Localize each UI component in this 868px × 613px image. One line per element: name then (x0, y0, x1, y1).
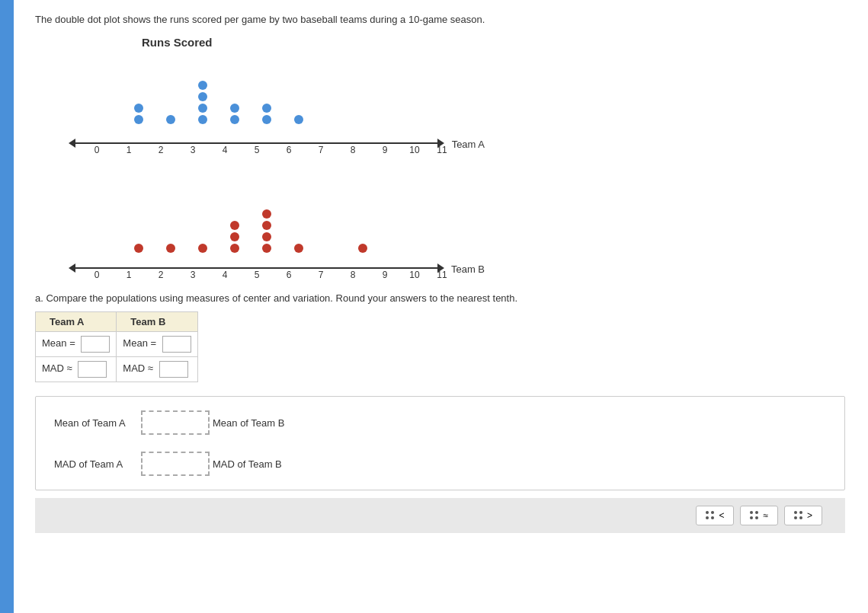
mad-input-a[interactable] (78, 361, 107, 378)
data-table: Team A Team B Mean = Mean = (35, 311, 198, 382)
mean-compare-input[interactable] (141, 410, 210, 435)
team-a-axis: 0 1 2 3 4 5 6 7 8 9 10 11 Team A (66, 136, 477, 154)
team-b-plot: 0 1 2 3 4 5 6 7 8 9 10 11 Team B (66, 172, 508, 279)
compare-section: a. Compare the populations using measure… (35, 292, 845, 382)
mad-label-a: MAD ≈ (42, 362, 72, 374)
team-b-axis: 0 1 2 3 4 5 6 7 8 9 10 11 Team B (66, 260, 477, 279)
mean-input-a[interactable] (81, 336, 110, 353)
svg-point-2 (166, 115, 175, 124)
mean-compare-label-b: Mean of Team B (213, 417, 284, 429)
svg-point-16 (230, 232, 239, 241)
mean-input-b[interactable] (162, 336, 191, 353)
nav-approx-button[interactable]: ≈ (740, 506, 778, 525)
dot-grid-icon (706, 511, 715, 520)
footer-nav: < ≈ > (35, 498, 845, 533)
col-header-a: Team A (36, 312, 117, 332)
mad-compare-label-a: MAD of Team A (54, 458, 138, 470)
team-a-plot: 0 1 2 3 4 5 6 7 8 9 10 11 Team A (66, 55, 508, 154)
nav-less-button[interactable]: < (696, 506, 734, 525)
svg-point-1 (134, 104, 143, 113)
description: The double dot plot shows the runs score… (35, 14, 845, 25)
less-icon: < (719, 510, 724, 521)
mad-label-b: MAD ≈ (123, 362, 153, 374)
mad-compare-label-b: MAD of Team B (213, 458, 282, 470)
chart-area: Runs Scored (66, 36, 845, 279)
team-b-label: Team B (451, 263, 485, 275)
table-row-mad: MAD ≈ MAD ≈ (36, 357, 198, 382)
svg-point-12 (134, 244, 143, 253)
comparison-box: Mean of Team A Mean of Team B MAD of Tea… (35, 396, 845, 490)
svg-point-4 (198, 104, 207, 113)
svg-point-3 (198, 115, 207, 124)
mad-compare-input[interactable] (141, 452, 210, 476)
svg-point-8 (230, 104, 239, 113)
left-tab (0, 0, 14, 613)
mean-label-b: Mean = (123, 337, 156, 349)
svg-point-6 (198, 81, 207, 90)
team-a-label: Team A (452, 139, 485, 150)
svg-point-5 (198, 92, 207, 101)
dot-grid-icon-2 (750, 511, 759, 520)
mad-input-b[interactable] (159, 361, 188, 378)
svg-point-14 (198, 244, 207, 253)
svg-point-22 (294, 244, 303, 253)
svg-point-10 (262, 104, 271, 113)
chart-title: Runs Scored (142, 36, 213, 49)
nav-greater-button[interactable]: > (784, 506, 822, 525)
svg-point-15 (230, 244, 239, 253)
team-a-dots (75, 55, 471, 139)
svg-point-20 (262, 221, 271, 230)
svg-point-11 (294, 115, 303, 124)
svg-point-0 (134, 115, 143, 124)
team-b-dots (75, 172, 471, 260)
svg-point-17 (230, 221, 239, 230)
svg-point-13 (166, 244, 175, 253)
comparison-row-mad: MAD of Team A MAD of Team B (54, 452, 826, 476)
svg-point-7 (230, 115, 239, 124)
svg-point-19 (262, 232, 271, 241)
compare-label: a. Compare the populations using measure… (35, 292, 845, 304)
approx-icon: ≈ (763, 510, 768, 521)
svg-point-18 (262, 244, 271, 253)
greater-icon: > (807, 510, 812, 521)
svg-point-9 (262, 115, 271, 124)
table-row-mean: Mean = Mean = (36, 332, 198, 357)
mean-compare-label-a: Mean of Team A (54, 417, 138, 429)
svg-point-21 (262, 209, 271, 219)
dot-grid-icon-3 (794, 511, 803, 520)
svg-point-23 (358, 244, 367, 253)
comparison-row-mean: Mean of Team A Mean of Team B (54, 410, 826, 435)
col-header-b: Team B (117, 312, 197, 332)
mean-label-a: Mean = (42, 337, 75, 349)
